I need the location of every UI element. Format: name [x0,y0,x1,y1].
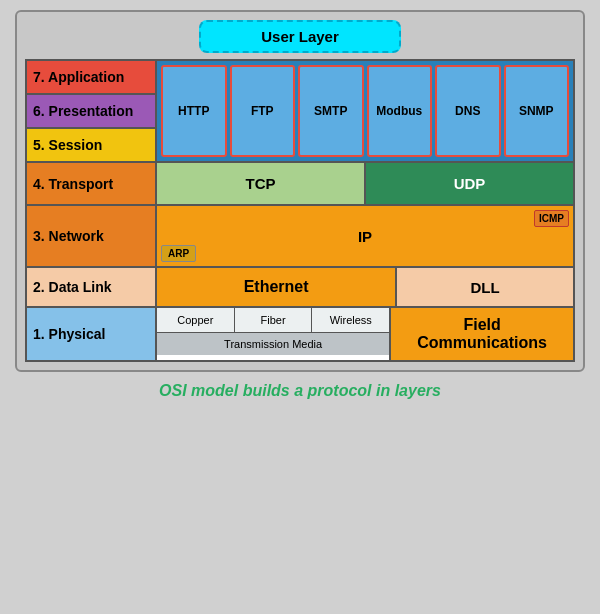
http-col: HTTP [161,65,227,157]
dll-box: DLL [397,268,573,306]
copper-cell: Copper [157,308,235,332]
dns-col: DNS [435,65,501,157]
transport-row: 4. Transport TCP UDP [27,163,573,206]
field-comm-box: Field Communications [391,308,573,360]
osi-grid: 7. Application 6. Presentation 5. Sessio… [25,59,575,362]
presentation-label: 6. Presentation [27,95,155,129]
physical-content: Copper Fiber Wireless Transmission Media [157,308,573,360]
transport-label: 4. Transport [27,163,157,204]
protocol-columns: HTTP FTP SMTP Modbus DNS SNMP [157,61,573,161]
physical-label: 1. Physical [27,308,157,360]
icmp-badge: ICMP [534,210,569,227]
ftp-col: FTP [230,65,296,157]
datalink-content: Ethernet DLL [157,268,573,306]
media-row: Copper Fiber Wireless [157,308,389,333]
ip-area: IP ICMP ARP [157,206,573,266]
osi-diagram: User Layer 7. Application 6. Presentatio… [15,10,585,372]
ethernet-box: Ethernet [157,268,397,306]
udp-box: UDP [366,163,573,204]
transmission-label: Transmission Media [157,333,389,355]
fiber-cell: Fiber [235,308,313,332]
application-label: 7. Application [27,61,155,95]
tcp-box: TCP [157,163,366,204]
user-layer-row: User Layer [25,20,575,53]
network-row: 3. Network IP ICMP ARP [27,206,573,268]
smtp-col: SMTP [298,65,364,157]
left-labels: 7. Application 6. Presentation 5. Sessio… [27,61,157,161]
wireless-cell: Wireless [312,308,389,332]
datalink-row: 2. Data Link Ethernet DLL [27,268,573,308]
snmp-col: SNMP [504,65,570,157]
user-layer-box: User Layer [199,20,401,53]
network-label: 3. Network [27,206,157,266]
top-section: 7. Application 6. Presentation 5. Sessio… [27,61,573,163]
caption: OSI model builds a protocol in layers [149,382,451,400]
physical-row: 1. Physical Copper Fiber Wireless [27,308,573,360]
user-layer-label: User Layer [261,28,339,45]
datalink-label: 2. Data Link [27,268,157,306]
physical-left: Copper Fiber Wireless Transmission Media [157,308,391,360]
transport-content: TCP UDP [157,163,573,204]
modbus-col: Modbus [367,65,433,157]
session-label: 5. Session [27,129,155,161]
network-content: IP ICMP ARP [157,206,573,266]
arp-badge: ARP [161,245,196,262]
